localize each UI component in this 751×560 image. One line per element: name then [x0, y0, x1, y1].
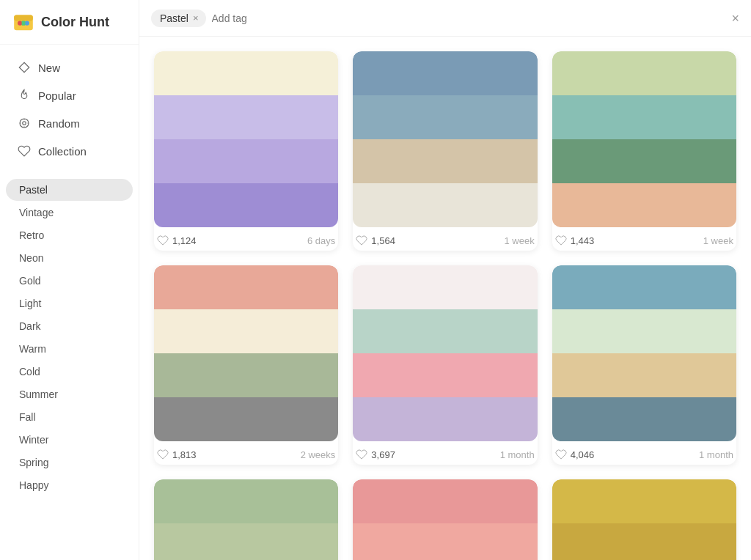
swatch-1 — [552, 309, 736, 353]
random-icon — [18, 117, 31, 130]
like-button-p3[interactable]: 1,443 — [555, 235, 595, 246]
heart-icon — [356, 235, 367, 246]
like-button-p4[interactable]: 1,813 — [157, 449, 197, 460]
swatch-1 — [154, 95, 338, 139]
sidebar-item-popular[interactable]: Popular — [4, 81, 134, 109]
swatch-0 — [154, 265, 338, 309]
palette-swatches-p2[interactable] — [353, 51, 537, 227]
active-tag-pill: Pastel × — [151, 10, 206, 27]
like-count-p5: 3,697 — [371, 449, 395, 460]
sidebar-item-new[interactable]: New — [4, 54, 134, 81]
sidebar-item-random[interactable]: Random — [4, 109, 134, 137]
palette-age-p1: 6 days — [307, 235, 335, 246]
swatch-3 — [552, 183, 736, 227]
main-content: Pastel × × 1,1246 days1,5641 week1,4431 … — [139, 0, 751, 560]
like-count-p1: 1,124 — [172, 235, 197, 246]
heart-icon — [157, 449, 169, 460]
sidebar-tag-cold[interactable]: Cold — [6, 361, 133, 383]
app-title: Color Hunt — [41, 15, 109, 30]
palette-swatches-p8[interactable] — [353, 479, 537, 560]
svg-point-3 — [25, 21, 29, 25]
sidebar-tag-warm[interactable]: Warm — [6, 338, 133, 360]
app-logo: Color Hunt — [0, 0, 139, 45]
palette-meta-p4: 1,8132 weeks — [154, 441, 338, 465]
swatch-2 — [552, 353, 736, 397]
sidebar-tag-vintage[interactable]: Vintage — [6, 202, 133, 224]
svg-point-2 — [18, 21, 22, 25]
swatch-1 — [552, 523, 736, 560]
search-close-button[interactable]: × — [731, 12, 739, 25]
active-tag-label: Pastel — [160, 12, 188, 24]
swatch-0 — [353, 479, 537, 523]
heart-icon — [18, 144, 31, 158]
swatch-2 — [353, 139, 537, 183]
sidebar-tag-pastel[interactable]: Pastel — [6, 179, 133, 201]
palette-card-p7: 2,1001 month — [154, 479, 338, 560]
palette-swatches-p6[interactable] — [552, 265, 736, 441]
swatch-2 — [353, 353, 537, 397]
palette-meta-p3: 1,4431 week — [552, 227, 736, 251]
like-count-p2: 1,564 — [371, 235, 395, 246]
palettes-grid: 1,1246 days1,5641 week1,4431 week1,8132 … — [154, 51, 736, 560]
palette-age-p4: 2 weeks — [301, 449, 336, 460]
like-button-p6[interactable]: 4,046 — [555, 449, 595, 460]
palette-card-p3: 1,4431 week — [552, 51, 736, 251]
sidebar-tags: PastelVintageRetroNeonGoldLightDarkWarmC… — [0, 174, 139, 501]
like-count-p6: 4,046 — [571, 449, 595, 460]
swatch-2 — [552, 139, 736, 183]
sidebar-tag-retro[interactable]: Retro — [6, 224, 133, 246]
palette-card-p4: 1,8132 weeks — [154, 265, 338, 465]
remove-tag-button[interactable]: × — [193, 13, 199, 23]
swatch-3 — [353, 183, 537, 227]
palette-swatches-p3[interactable] — [552, 51, 736, 227]
heart-icon — [356, 449, 367, 460]
palette-meta-p5: 3,6971 month — [353, 441, 537, 465]
like-button-p5[interactable]: 3,697 — [356, 449, 395, 460]
sidebar-nav: New Popular Random Collection — [0, 45, 139, 174]
add-tag-input[interactable] — [212, 12, 726, 24]
palette-card-p5: 3,6971 month — [353, 265, 537, 465]
nav-label-collection: Collection — [38, 145, 87, 158]
sidebar-tag-neon[interactable]: Neon — [6, 247, 133, 269]
palette-age-p3: 1 week — [703, 235, 733, 246]
sidebar-item-collection[interactable]: Collection — [4, 137, 134, 165]
palettes-area: 1,1246 days1,5641 week1,4431 week1,8132 … — [139, 37, 751, 560]
palette-swatches-p1[interactable] — [154, 51, 338, 227]
nav-label-popular: Popular — [38, 89, 76, 102]
palette-age-p5: 1 month — [500, 449, 535, 460]
nav-label-random: Random — [38, 117, 80, 130]
palette-card-p1: 1,1246 days — [154, 51, 338, 251]
sidebar-tag-winter[interactable]: Winter — [6, 429, 133, 451]
palette-swatches-p4[interactable] — [154, 265, 338, 441]
palette-meta-p1: 1,1246 days — [154, 227, 338, 251]
sidebar-tag-gold[interactable]: Gold — [6, 270, 133, 292]
swatch-0 — [353, 265, 537, 309]
svg-point-6 — [20, 119, 29, 128]
sidebar-tag-summer[interactable]: Summer — [6, 383, 133, 405]
palette-swatches-p5[interactable] — [353, 265, 537, 441]
like-button-p2[interactable]: 1,564 — [356, 235, 395, 246]
swatch-3 — [353, 397, 537, 441]
diamond-icon — [18, 61, 31, 74]
sidebar: Color Hunt New Popular Random Collection… — [0, 0, 139, 560]
sidebar-tag-dark[interactable]: Dark — [6, 315, 133, 337]
like-button-p1[interactable]: 1,124 — [157, 235, 197, 246]
sidebar-tag-spring[interactable]: Spring — [6, 452, 133, 474]
heart-icon — [157, 235, 169, 246]
swatch-1 — [552, 95, 736, 139]
swatch-2 — [154, 139, 338, 183]
sidebar-tag-happy[interactable]: Happy — [6, 474, 133, 496]
palette-swatches-p9[interactable] — [552, 479, 736, 560]
sidebar-tag-fall[interactable]: Fall — [6, 406, 133, 428]
sidebar-tag-light[interactable]: Light — [6, 292, 133, 314]
swatch-3 — [154, 183, 338, 227]
palette-swatches-p7[interactable] — [154, 479, 338, 560]
swatch-3 — [552, 397, 736, 441]
swatch-0 — [154, 51, 338, 95]
swatch-2 — [154, 353, 338, 397]
like-count-p4: 1,813 — [172, 449, 197, 460]
heart-icon — [555, 235, 567, 246]
svg-rect-1 — [14, 15, 33, 21]
palette-age-p6: 1 month — [699, 449, 733, 460]
logo-icon — [12, 10, 35, 34]
